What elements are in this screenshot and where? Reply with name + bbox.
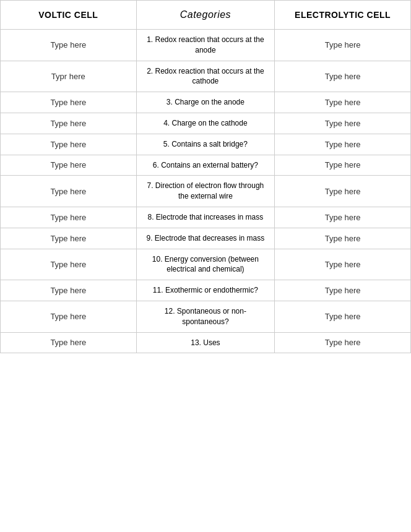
left-cell-4[interactable]: Type here <box>1 134 137 155</box>
category-cell-6: 7. Direction of electron flow through th… <box>136 176 275 207</box>
category-cell-7: 8. Electrode that increases in mass <box>136 207 275 228</box>
right-cell-4[interactable]: Type here <box>275 134 411 155</box>
right-cell-9[interactable]: Type here <box>275 249 411 280</box>
left-cell-11[interactable]: Type here <box>1 301 137 332</box>
header-categories: Categories <box>136 1 275 30</box>
table-row: Type here8. Electrode that increases in … <box>1 207 411 228</box>
table-row: Typr here2. Redox reaction that occurs a… <box>1 61 411 92</box>
left-cell-2[interactable]: Type here <box>1 92 137 113</box>
category-cell-8: 9. Electrode that decreases in mass <box>136 228 275 249</box>
left-cell-10[interactable]: Type here <box>1 280 137 301</box>
table-row: Type here4. Charge on the cathodeType he… <box>1 113 411 134</box>
table-row: Type here3. Charge on the anodeType here <box>1 92 411 113</box>
category-cell-1: 2. Redox reaction that occurs at the cat… <box>136 61 275 92</box>
right-cell-1[interactable]: Type here <box>275 61 411 92</box>
table-row: Type here5. Contains a salt bridge?Type … <box>1 134 411 155</box>
left-cell-1[interactable]: Typr here <box>1 61 137 92</box>
right-cell-7[interactable]: Type here <box>275 207 411 228</box>
category-cell-12: 13. Uses <box>136 332 275 353</box>
right-cell-11[interactable]: Type here <box>275 301 411 332</box>
table-row: Type here13. UsesType here <box>1 332 411 353</box>
right-cell-12[interactable]: Type here <box>275 332 411 353</box>
category-cell-2: 3. Charge on the anode <box>136 92 275 113</box>
right-cell-0[interactable]: Type here <box>275 30 411 61</box>
right-cell-5[interactable]: Type here <box>275 155 411 176</box>
header-electrolytic: ELECTROLYTIC CELL <box>275 1 411 30</box>
category-cell-11: 12. Spontaneous or non-spontaneous? <box>136 301 275 332</box>
left-cell-7[interactable]: Type here <box>1 207 137 228</box>
right-cell-8[interactable]: Type here <box>275 228 411 249</box>
category-cell-4: 5. Contains a salt bridge? <box>136 134 275 155</box>
right-cell-3[interactable]: Type here <box>275 113 411 134</box>
table-row: Type here12. Spontaneous or non-spontane… <box>1 301 411 332</box>
category-cell-0: 1. Redox reaction that occurs at the ano… <box>136 30 275 61</box>
table-row: Type here7. Direction of electron flow t… <box>1 176 411 207</box>
table-row: Type here10. Energy conversion (between … <box>1 249 411 280</box>
right-cell-6[interactable]: Type here <box>275 176 411 207</box>
table-row: Type here1. Redox reaction that occurs a… <box>1 30 411 61</box>
right-cell-10[interactable]: Type here <box>275 280 411 301</box>
left-cell-12[interactable]: Type here <box>1 332 137 353</box>
left-cell-6[interactable]: Type here <box>1 176 137 207</box>
table-row: Type here6. Contains an external battery… <box>1 155 411 176</box>
header-voltic: VOLTIC CELL <box>1 1 137 30</box>
left-cell-3[interactable]: Type here <box>1 113 137 134</box>
category-cell-9: 10. Energy conversion (between electrica… <box>136 249 275 280</box>
left-cell-5[interactable]: Type here <box>1 155 137 176</box>
category-cell-3: 4. Charge on the cathode <box>136 113 275 134</box>
left-cell-9[interactable]: Type here <box>1 249 137 280</box>
table-row: Type here11. Exothermic or endothermic?T… <box>1 280 411 301</box>
category-cell-10: 11. Exothermic or endothermic? <box>136 280 275 301</box>
left-cell-8[interactable]: Type here <box>1 228 137 249</box>
table-row: Type here9. Electrode that decreases in … <box>1 228 411 249</box>
left-cell-0[interactable]: Type here <box>1 30 137 61</box>
category-cell-5: 6. Contains an external battery? <box>136 155 275 176</box>
right-cell-2[interactable]: Type here <box>275 92 411 113</box>
